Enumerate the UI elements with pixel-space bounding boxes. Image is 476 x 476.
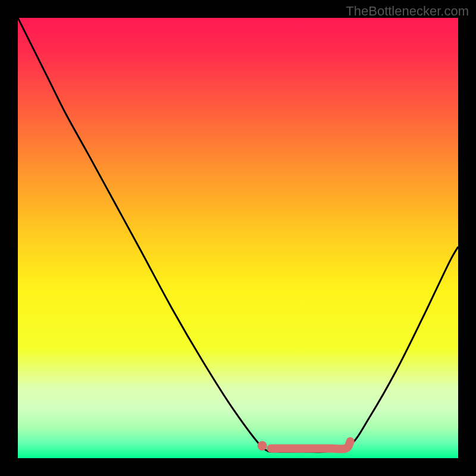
chart-curves <box>18 18 458 458</box>
watermark-text: TheBottlenecker.com <box>346 4 469 19</box>
chart-plot-area <box>18 18 458 458</box>
svg-point-1 <box>258 441 267 450</box>
